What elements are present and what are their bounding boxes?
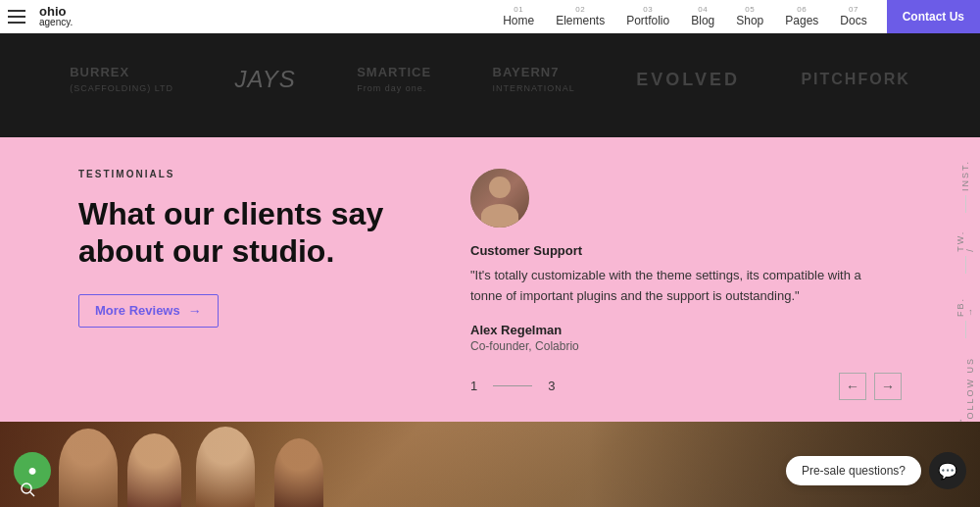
- logo[interactable]: ohio agency.: [39, 5, 73, 27]
- client-logo-pitchfork: Pitchfork: [801, 71, 909, 88]
- chat-icon: 💬: [938, 462, 957, 481]
- testimonials-left: TESTIMONIALS What our clients say about …: [78, 169, 451, 328]
- nav-item-blog[interactable]: 04 Blog: [681, 5, 724, 27]
- navbar: ohio agency. 01 Home 02 Elements 03 Port…: [0, 0, 980, 33]
- social-tw[interactable]: / Tw.: [956, 225, 975, 252]
- hamburger-button[interactable]: [0, 0, 33, 33]
- divider: [965, 321, 966, 338]
- nav-item-shop[interactable]: 05 Shop: [726, 5, 773, 27]
- nav-item-portfolio[interactable]: 03 Portfolio: [616, 5, 679, 27]
- testimonials-label: TESTIMONIALS: [78, 169, 412, 179]
- nav-label: Pages: [785, 14, 818, 27]
- logo-agency: agency.: [39, 18, 73, 27]
- nav-label: Docs: [840, 14, 866, 27]
- arrow-right-icon: →: [188, 303, 202, 319]
- svg-line-1: [30, 492, 34, 496]
- nav-label: Home: [503, 14, 534, 27]
- hamburger-icon: [8, 10, 25, 24]
- heading-line1: What our clients say: [78, 196, 383, 231]
- search-bottom-button[interactable]: [20, 482, 35, 501]
- testimonial-quote: "It's totally customizable with the them…: [470, 266, 862, 307]
- more-reviews-label: More Reviews: [95, 303, 180, 318]
- more-reviews-button[interactable]: More Reviews →: [78, 294, 219, 328]
- nav-label: Portfolio: [626, 14, 669, 27]
- nav-links: 01 Home 02 Elements 03 Portfolio 04 Blog…: [493, 0, 980, 33]
- svg-point-0: [22, 483, 31, 493]
- client-logo-burrex: BURREX(Scaffolding) Ltd: [70, 65, 173, 94]
- nav-label: Shop: [736, 14, 763, 27]
- nav-num: 07: [849, 5, 858, 14]
- testimonial-dash: [493, 385, 532, 386]
- nav-item-pages[interactable]: 06 Pages: [775, 5, 828, 27]
- client-logo-bayern: Bayern7International: [493, 65, 575, 94]
- contact-button[interactable]: Contact Us: [887, 0, 980, 33]
- social-inst[interactable]: Inst.: [960, 160, 970, 191]
- clients-logos-bar: BURREX(Scaffolding) Ltd Jays SMARTICEFro…: [0, 33, 980, 126]
- testimonials-heading: What our clients say about our studio.: [78, 195, 412, 271]
- follow-us-label: Follow Us →: [956, 350, 975, 427]
- dark-fill-strip: [0, 126, 980, 137]
- avatar: [470, 169, 529, 228]
- follow-social-sidebar: Inst. / Tw. → Fb. Follow Us →: [960, 152, 970, 427]
- nav-label: Elements: [556, 14, 605, 27]
- nav-num: 02: [575, 5, 585, 14]
- testimonials-section: TESTIMONIALS What our clients say about …: [0, 137, 980, 422]
- testimonial-category: Customer Support: [470, 243, 902, 258]
- nav-num: 06: [797, 5, 807, 14]
- client-logo-evolved: EVOLVED: [636, 70, 740, 90]
- divider: [965, 195, 966, 213]
- prev-testimonial-button[interactable]: ←: [839, 373, 866, 400]
- nav-item-docs[interactable]: 07 Docs: [830, 5, 876, 27]
- client-logo-jays: Jays: [235, 66, 296, 93]
- nav-item-elements[interactable]: 02 Elements: [546, 5, 614, 27]
- client-logo-smartice: SMARTICEFrom day one.: [357, 65, 431, 94]
- testimonials-right: Customer Support "It's totally customiza…: [451, 169, 902, 400]
- green-dot-icon: ●: [27, 462, 37, 480]
- nav-num: 01: [514, 5, 523, 14]
- avatar-image: [470, 169, 529, 228]
- testimonial-total: 3: [548, 379, 555, 393]
- next-testimonial-button[interactable]: →: [874, 373, 902, 400]
- nav-num: 03: [643, 5, 653, 14]
- nav-label: Blog: [691, 14, 714, 27]
- search-icon: [20, 482, 35, 497]
- nav-num: 05: [745, 5, 755, 14]
- nav-num: 04: [698, 5, 708, 14]
- testimonial-counter: 1: [470, 379, 477, 393]
- testimonial-author-title: Co-founder, Colabrio: [470, 339, 902, 353]
- heading-line2: about our studio.: [78, 233, 334, 269]
- nav-arrows: ← →: [839, 373, 902, 400]
- testimonial-navigation: 1 3 ← →: [470, 373, 902, 400]
- social-fb[interactable]: → Fb.: [956, 285, 975, 317]
- divider: [965, 256, 966, 274]
- pre-sale-bubble: Pre-sale questions?: [786, 456, 921, 485]
- chat-widget-button[interactable]: 💬: [929, 452, 966, 489]
- testimonial-author-name: Alex Regelman: [470, 323, 902, 337]
- nav-item-home[interactable]: 01 Home: [493, 5, 544, 27]
- pre-sale-text: Pre-sale questions?: [802, 464, 906, 478]
